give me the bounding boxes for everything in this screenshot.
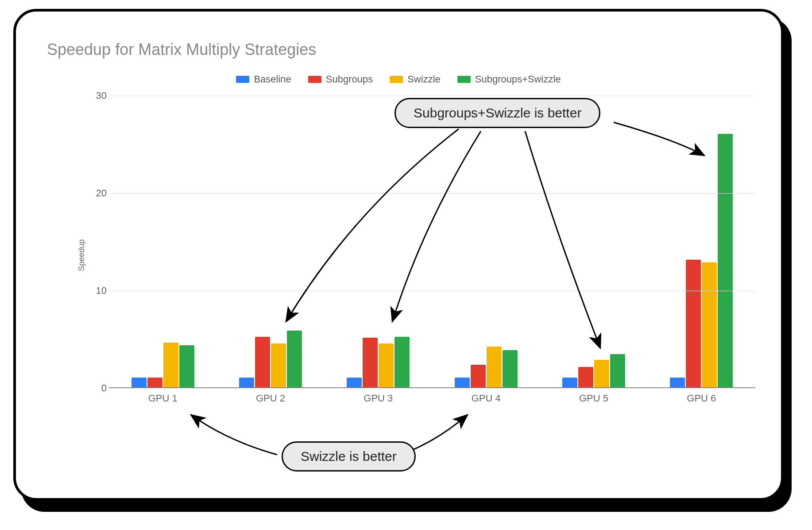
chart-plot bbox=[109, 96, 755, 388]
bar-group bbox=[432, 96, 540, 387]
legend-swatch bbox=[308, 76, 321, 83]
bar bbox=[702, 262, 717, 387]
bar bbox=[503, 350, 518, 387]
legend-item: Swizzle bbox=[390, 74, 441, 85]
legend-swatch bbox=[457, 76, 471, 83]
bar bbox=[287, 331, 302, 387]
bar bbox=[718, 134, 733, 387]
y-tick-label: 10 bbox=[89, 285, 107, 296]
annotation-top-bubble: Subgroups+Swizzle is better bbox=[394, 98, 600, 128]
x-tick-label: GPU 3 bbox=[325, 393, 432, 404]
x-axis-labels: GPU 1GPU 2GPU 3GPU 4GPU 5GPU 6 bbox=[109, 393, 755, 404]
bar-groups bbox=[109, 96, 755, 387]
bar bbox=[347, 378, 362, 387]
bar bbox=[394, 337, 410, 387]
legend-label: Swizzle bbox=[407, 74, 441, 85]
bar bbox=[686, 260, 701, 387]
grid-line bbox=[109, 193, 755, 194]
y-tick-label: 30 bbox=[89, 90, 107, 101]
bar bbox=[471, 365, 486, 387]
legend-label: Baseline bbox=[254, 74, 291, 85]
y-axis-label: Speedup bbox=[77, 239, 86, 271]
bar bbox=[455, 378, 470, 387]
legend-item: Subgroups+Swizzle bbox=[457, 74, 561, 85]
x-tick-label: GPU 1 bbox=[109, 393, 217, 404]
bar bbox=[179, 345, 194, 387]
bar bbox=[131, 378, 147, 387]
bar bbox=[363, 338, 378, 387]
chart-area: Speedup GPU 1GPU 2GPU 3GPU 4GPU 5GPU 6 0… bbox=[82, 96, 764, 415]
chart-title: Speedup for Matrix Multiply Strategies bbox=[47, 40, 316, 59]
bar bbox=[255, 337, 270, 387]
legend-label: Subgroups bbox=[326, 74, 373, 85]
x-tick-label: GPU 2 bbox=[217, 393, 324, 404]
bar bbox=[379, 343, 394, 387]
bar bbox=[610, 354, 625, 387]
bar bbox=[562, 378, 577, 387]
legend-label: Subgroups+Swizzle bbox=[475, 74, 561, 85]
legend-swatch bbox=[390, 76, 403, 83]
bar bbox=[487, 347, 502, 387]
y-tick-label: 0 bbox=[89, 382, 107, 394]
legend-item: Subgroups bbox=[308, 74, 373, 85]
chart-card: Speedup for Matrix Multiply Strategies B… bbox=[13, 9, 784, 501]
bar bbox=[271, 343, 286, 387]
bar-group bbox=[325, 96, 432, 387]
bar bbox=[670, 378, 685, 387]
chart-legend: BaselineSubgroupsSwizzleSubgroups+Swizzl… bbox=[16, 74, 781, 85]
bar bbox=[163, 343, 178, 387]
bar bbox=[147, 378, 162, 387]
bar-group bbox=[109, 96, 217, 387]
grid-line bbox=[109, 96, 755, 96]
legend-swatch bbox=[236, 76, 249, 83]
bar-group bbox=[217, 96, 324, 387]
x-tick-label: GPU 6 bbox=[648, 393, 755, 404]
bar bbox=[578, 367, 593, 387]
x-tick-label: GPU 5 bbox=[540, 393, 647, 404]
bar-group bbox=[540, 96, 647, 387]
grid-line bbox=[109, 291, 755, 291]
bar-group bbox=[648, 96, 755, 387]
bar bbox=[239, 378, 254, 387]
annotation-bottom-bubble: Swizzle is better bbox=[282, 441, 416, 472]
bar bbox=[594, 360, 609, 387]
y-tick-label: 20 bbox=[89, 187, 107, 199]
x-tick-label: GPU 4 bbox=[432, 393, 540, 404]
legend-item: Baseline bbox=[236, 74, 291, 85]
